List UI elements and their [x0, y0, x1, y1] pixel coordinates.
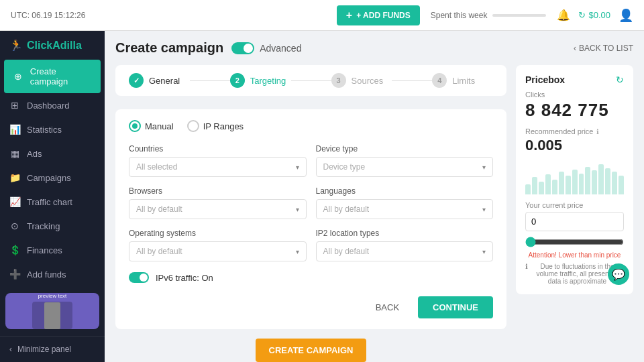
rec-price-info-icon: ℹ	[596, 128, 599, 135]
browsers-select[interactable]: All by default ▾	[129, 199, 307, 219]
sidebar-item-ads[interactable]: ▦ Ads	[0, 141, 105, 166]
radio-ip-ranges-indicator	[187, 120, 199, 132]
minimize-label: Minimize panel	[17, 345, 71, 354]
price-warning: Attention! Lower than min price	[525, 251, 624, 259]
sidebar-label-statistics: Statistics	[27, 125, 62, 135]
minimize-icon: ‹	[9, 345, 12, 354]
ipv6-label: IPv6 traffic: On	[156, 273, 213, 283]
radio-manual-label: Manual	[145, 121, 174, 131]
ip2-select[interactable]: All by default ▾	[316, 241, 494, 261]
step-general-circle: ✓	[129, 73, 144, 88]
utc-time: UTC: 06.19 15:12:26	[11, 11, 326, 20]
chart-bar	[619, 176, 624, 195]
step-limits-circle: 4	[432, 73, 447, 88]
step-sources-circle: 3	[331, 73, 346, 88]
ip2-value: All by default	[323, 247, 370, 256]
ip2-label: IP2 location types	[316, 229, 494, 238]
price-slider[interactable]	[525, 237, 624, 247]
os-group: Operating systems All by default ▾	[129, 229, 307, 261]
traffic-chart-icon: 📈	[9, 196, 20, 207]
step-general-label: General	[149, 76, 180, 86]
content-row: ✓ General 2 Targeting 3 Sources	[115, 65, 633, 362]
chart-bar	[612, 172, 617, 194]
targeting-form: Manual IP Ranges Countries All selected	[115, 109, 506, 329]
add-funds-icon: ➕	[9, 269, 20, 280]
countries-select[interactable]: All selected ▾	[129, 157, 307, 177]
sidebar-item-statistics[interactable]: 📊 Statistics	[0, 117, 105, 141]
ipv6-toggle[interactable]	[129, 272, 149, 283]
current-price-input[interactable]	[525, 212, 624, 231]
advanced-toggle[interactable]	[231, 42, 254, 54]
radio-manual-indicator	[129, 120, 141, 132]
form-actions: BACK CONTINUE	[129, 296, 493, 318]
device-type-value: Device type	[323, 162, 366, 172]
price-info-icon: ℹ	[525, 263, 528, 270]
chart-bar	[539, 182, 544, 194]
continue-button[interactable]: CONTINUE	[418, 296, 493, 318]
step-targeting: 2 Targeting	[230, 73, 291, 88]
logo-icon: 🏃	[9, 39, 23, 52]
advanced-label: Advanced	[260, 43, 301, 54]
back-to-list-button[interactable]: ‹ BACK TO LIST	[574, 44, 633, 53]
chart-bar	[559, 172, 564, 194]
step-divider-3	[392, 80, 432, 81]
bell-icon[interactable]: 🔔	[557, 9, 570, 21]
ads-icon: ▦	[9, 148, 20, 159]
languages-chevron-icon: ▾	[482, 206, 486, 213]
sidebar-label-ads: Ads	[27, 149, 42, 159]
page-title-text: Create campaign	[115, 40, 223, 56]
minimize-panel-button[interactable]: ‹ Minimize panel	[0, 336, 105, 362]
languages-label: Languages	[316, 186, 494, 196]
radio-ip-ranges[interactable]: IP Ranges	[187, 120, 244, 132]
sidebar: 🏃 ClickAdilla ⊕ Create campaign ⊞ Dashbo…	[0, 31, 105, 362]
clicks-label: Clicks	[525, 90, 624, 99]
preview-text: preview text	[38, 293, 67, 299]
sidebar-label-traffic-chart: Traffic chart	[27, 197, 72, 207]
browsers-label: Browsers	[129, 186, 307, 196]
chart-bar	[572, 170, 578, 195]
step-targeting-label: Targeting	[250, 76, 286, 86]
languages-value: All by default	[323, 204, 370, 214]
back-button[interactable]: BACK	[365, 297, 410, 318]
user-icon[interactable]: 👤	[619, 8, 633, 23]
app-layout: 🏃 ClickAdilla ⊕ Create campaign ⊞ Dashbo…	[0, 31, 644, 362]
add-funds-button[interactable]: + ADD FUNDS	[337, 5, 420, 25]
device-type-group: Device type Device type ▾	[316, 144, 494, 177]
pricebox-header: Pricebox ↻	[525, 74, 624, 85]
sidebar-item-tracking[interactable]: ⊙ Tracking	[0, 214, 105, 238]
sidebar-item-dashboard[interactable]: ⊞ Dashboard	[0, 93, 105, 117]
os-select[interactable]: All by default ▾	[129, 241, 307, 261]
rec-price-label: Recommended price ℹ	[525, 127, 624, 135]
sidebar-item-create-campaign[interactable]: ⊕ Create campaign	[4, 60, 101, 93]
countries-value: All selected	[136, 162, 177, 172]
radio-manual[interactable]: Manual	[129, 120, 174, 132]
pricebox: Pricebox ↻ Clicks 8 842 775 Recommended …	[516, 65, 633, 294]
refresh-icon[interactable]: ↻	[578, 10, 586, 20]
ip2-chevron-icon: ▾	[482, 248, 486, 255]
chart-bar	[579, 174, 584, 195]
device-type-select[interactable]: Device type ▾	[316, 157, 494, 177]
chat-bubble-button[interactable]: 💬	[608, 263, 629, 285]
pricebox-refresh-icon[interactable]: ↻	[616, 74, 624, 85]
preview-phone	[44, 302, 60, 329]
os-label: Operating systems	[129, 229, 307, 238]
sidebar-item-add-funds[interactable]: ➕ Add funds	[0, 262, 105, 286]
create-campaign-button[interactable]: CREATE CAMPAIGN	[256, 339, 367, 362]
chart-bar	[605, 168, 610, 194]
targeting-type-radio-group: Manual IP Ranges	[129, 120, 493, 132]
advanced-toggle-group: Advanced	[231, 42, 301, 54]
sidebar-item-traffic-chart[interactable]: 📈 Traffic chart	[0, 190, 105, 214]
campaigns-icon: 📁	[9, 172, 20, 183]
step-sources: 3 Sources	[331, 73, 392, 88]
step-divider-1	[190, 80, 230, 81]
languages-select[interactable]: All by default ▾	[316, 199, 494, 219]
sidebar-label-dashboard: Dashboard	[27, 101, 70, 111]
spent-week: Spent this week	[431, 11, 547, 20]
step-general: ✓ General	[129, 73, 190, 88]
sidebar-item-campaigns[interactable]: 📁 Campaigns	[0, 166, 105, 190]
os-value: All by default	[136, 247, 182, 256]
chart-bar	[552, 180, 557, 195]
sidebar-item-finances[interactable]: 💲 Finances	[0, 238, 105, 262]
device-type-chevron-icon: ▾	[482, 164, 486, 171]
steps-bar: ✓ General 2 Targeting 3 Sources	[115, 65, 506, 96]
